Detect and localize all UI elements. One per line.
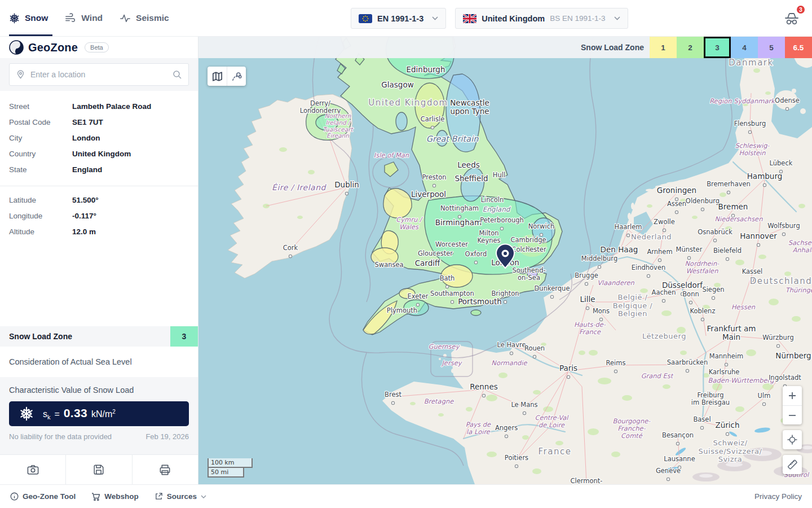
map-label: Cambridge (510, 236, 546, 244)
map-label: France (539, 446, 572, 457)
sea-level-consideration[interactable]: Consideration of Actual Sea Level (0, 347, 198, 377)
map-label: Swansea (374, 261, 403, 269)
map-label: Worcester (435, 240, 468, 248)
legend-zone-4[interactable]: 4 (731, 37, 758, 58)
map-label: Zwolle (654, 218, 675, 226)
search-section (0, 58, 198, 91)
measure-route-button[interactable] (227, 67, 246, 86)
map-label: Le Mans (511, 401, 537, 409)
map-label: Assen (667, 200, 686, 208)
map-label: Hamburg (747, 172, 783, 181)
external-link-icon (155, 492, 163, 501)
map-label: Edinburgh (407, 65, 445, 74)
legend-zone-2[interactable]: 2 (677, 37, 704, 58)
map-label: Hannover (740, 231, 777, 240)
tab-wind-label: Wind (81, 13, 103, 23)
map-label: Éire / Ireland (272, 183, 326, 192)
legend-zone-1[interactable]: 1 (650, 37, 677, 58)
map-label: Lille (580, 295, 595, 304)
standard-select[interactable]: EN 1991-1-3 (351, 8, 446, 29)
map-label: Münster (676, 246, 703, 253)
save-button[interactable] (66, 455, 132, 484)
zoom-out-button[interactable] (783, 405, 802, 424)
map-label: United Kingdom (368, 98, 448, 108)
locate-button[interactable] (783, 430, 802, 449)
map-label: Dunkerque (535, 284, 570, 292)
tab-wind[interactable]: Wind (65, 0, 111, 36)
sources-link[interactable]: Sources (155, 492, 206, 501)
country-select[interactable]: United Kingdom BS EN 1991-1-3 (455, 8, 628, 29)
address-row: StateEngland (9, 161, 189, 177)
tab-snow[interactable]: Snow (9, 0, 56, 36)
map-label: Eindhoven (632, 264, 666, 271)
standard-select-label: EN 1991-1-3 (377, 14, 423, 23)
map-label: Würzburg (762, 334, 793, 341)
map-label: Niedersachsen (715, 215, 764, 223)
map-label: Brugge (575, 271, 598, 279)
map-label: Exeter (407, 292, 428, 300)
map-label: Norwich (528, 222, 555, 230)
map-label: Karlsruhe (709, 368, 740, 376)
sea-level-label: Consideration of Actual Sea Level (9, 357, 132, 366)
search-box[interactable] (9, 63, 189, 86)
map-label: Peterborough (480, 216, 524, 224)
snow-load-zone-value: 3 (170, 326, 198, 347)
coordinate-row: Longitude-0.117° (9, 208, 189, 224)
ruler-icon (787, 459, 798, 470)
map-label: Region Syddanmark (709, 97, 776, 105)
screenshot-button[interactable] (0, 455, 66, 484)
legend-zone-6.5[interactable]: 6.5 (785, 37, 812, 58)
map-label: Southampton (430, 290, 474, 297)
map-label: Nederland (631, 233, 672, 241)
privacy-policy-link[interactable]: Privacy Policy (754, 492, 802, 501)
map-label: Koblenz (690, 307, 716, 315)
country-select-standard: BS EN 1991-1-3 (550, 14, 605, 23)
map-label: Flensburg (734, 120, 766, 128)
map-label: Guernsey (429, 343, 461, 351)
search-icon[interactable] (173, 70, 182, 79)
ruler-control (783, 455, 802, 474)
map-label: Plymouth (387, 306, 417, 314)
print-icon (158, 463, 171, 476)
map-label: Liverpool (411, 190, 446, 199)
top-bar: Snow Wind Seismic EN 1991 (0, 0, 812, 37)
map-label: Lausanne (664, 455, 695, 463)
coordinate-row: Altitude12.0 m (9, 224, 189, 239)
map-label: Brest (385, 391, 401, 398)
coordinates-section: Latitude51.500°Longitude-0.117°Altitude1… (0, 186, 198, 239)
map-label: Aachen (652, 288, 676, 296)
basemap-button[interactable] (208, 67, 227, 86)
geozone-tool-link[interactable]: Geo-Zone Tool (10, 492, 76, 501)
notification-badge: 3 (796, 5, 806, 15)
search-input[interactable] (30, 70, 167, 79)
legend-zone-3[interactable]: 3 (704, 37, 731, 58)
zoom-in-button[interactable] (783, 386, 802, 405)
map-label: Basel (693, 415, 710, 423)
ruler-button[interactable] (783, 455, 802, 474)
legend-zone-5[interactable]: 5 (758, 37, 785, 58)
seismic-icon (120, 12, 131, 24)
map-label: Lëtzebuerg (642, 332, 686, 340)
scale-km: 100 km (208, 458, 253, 468)
map-label: Hull (493, 171, 505, 179)
map-label: Bretagne (424, 397, 454, 405)
map-icon (211, 71, 223, 82)
map-label: Birmingham (435, 218, 482, 227)
map-label: Rouen (524, 344, 545, 352)
geozone-logo-icon (9, 40, 24, 55)
map-label: Bonn (682, 290, 699, 298)
print-button[interactable] (133, 455, 198, 484)
map-label: Jersey (440, 359, 462, 367)
scale-mi: 50 mi (208, 468, 244, 478)
tab-seismic[interactable]: Seismic (120, 0, 177, 36)
sk-value: 0.33 (64, 406, 87, 420)
tab-snow-label: Snow (25, 13, 48, 23)
map-canvas[interactable]: EdinburghGlasgowUnited KingdomNewcastleu… (198, 37, 812, 484)
map-label: Preston (422, 173, 446, 181)
map-container[interactable]: EdinburghGlasgowUnited KingdomNewcastleu… (198, 37, 812, 484)
webshop-link[interactable]: Webshop (91, 492, 139, 501)
incognito-button[interactable]: 3 (783, 9, 803, 28)
legend-title: Snow Load Zone (581, 43, 644, 52)
wind-icon (65, 12, 76, 24)
chevron-down-icon (201, 495, 206, 498)
